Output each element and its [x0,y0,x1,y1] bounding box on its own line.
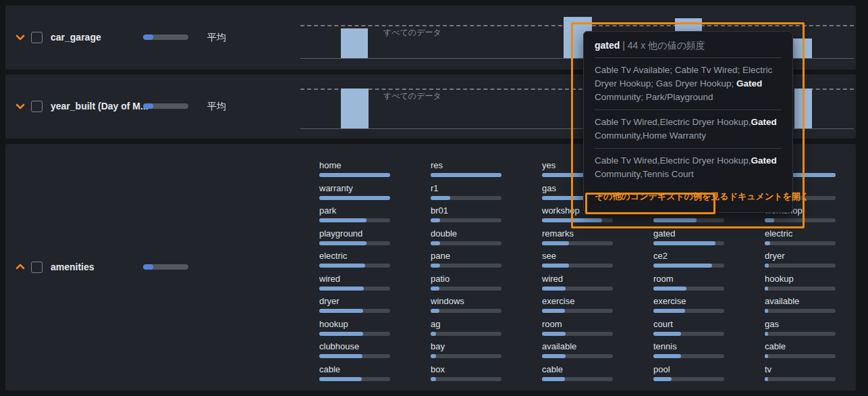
term-item[interactable]: cable [319,364,390,381]
term-item[interactable]: cable [542,364,613,381]
term-bar-fill [765,287,768,291]
field-name: car_garage [51,32,101,43]
term-item[interactable]: exercise [653,296,724,313]
term-bar-fill [542,241,569,245]
term-item[interactable]: windows [431,296,501,313]
term-bar [765,377,836,381]
term-label: gas [765,319,836,329]
term-bar-fill [653,241,715,245]
term-label: r1 [431,183,501,193]
term-bar-fill [765,377,768,381]
term-item[interactable]: pool [653,364,724,381]
term-item[interactable]: park [319,205,390,222]
term-item[interactable]: wired [542,274,613,291]
term-item[interactable]: warranty [319,183,390,200]
term-item[interactable]: electric [319,251,390,268]
term-item[interactable]: playground [319,228,390,245]
term-label: ce2 [653,251,724,261]
term-item[interactable]: remarks [542,228,613,245]
term-bar [319,241,390,245]
term-item[interactable]: available [765,296,836,313]
term-label: br01 [431,205,501,216]
term-label: available [542,341,613,351]
term-bar [431,241,501,245]
term-bar [542,354,613,358]
term-bar [653,377,724,381]
all-data-label: すべてのデータ [383,91,441,102]
term-label: electric [319,251,390,261]
term-bar [431,309,501,313]
term-item[interactable]: see [542,251,613,268]
term-bar-fill [319,173,390,177]
term-item[interactable]: box [431,364,501,381]
term-item[interactable]: double [431,228,501,245]
term-item[interactable]: res [431,160,501,177]
term-item[interactable]: dryer [765,251,836,268]
term-item[interactable]: cable [765,341,836,358]
term-item[interactable]: clubhouse [319,341,390,358]
doc-count-bar [143,34,188,40]
term-item[interactable]: br01 [431,205,501,222]
term-bar-fill [653,354,681,358]
term-item[interactable]: electric [765,228,836,245]
term-bar [765,287,836,291]
term-label: room [653,274,724,284]
term-bar [319,287,390,291]
term-bar-fill [765,354,768,358]
term-bar-fill [319,264,365,268]
term-bar-fill [765,241,770,245]
term-bar [319,218,390,222]
term-bar [653,309,724,313]
term-item[interactable]: available [542,341,613,358]
term-item[interactable]: pane [431,251,501,268]
term-item[interactable]: ag [431,319,501,336]
term-item[interactable]: exercise [542,296,613,313]
term-item[interactable]: r1 [431,183,501,200]
term-label: room [542,319,613,329]
term-item[interactable]: dryer [319,296,390,313]
term-label: see [542,251,613,261]
metric-label: 平均 [207,101,226,112]
term-bar-fill [653,287,686,291]
field-checkbox[interactable] [31,101,43,112]
term-item[interactable]: court [653,319,724,336]
term-label: cable [765,341,836,351]
chevron-down-icon[interactable] [15,101,26,112]
term-bar-fill [431,196,450,200]
term-label: double [431,228,501,239]
term-item[interactable]: wired [319,274,390,291]
term-bar [319,173,390,177]
term-label: exercise [542,296,613,306]
term-bar [653,264,724,268]
term-bar [542,332,613,336]
term-label: bay [431,341,501,351]
term-item[interactable]: gas [765,319,836,336]
term-item[interactable]: hookup [319,319,390,336]
term-bar-fill [319,377,362,381]
field-checkbox[interactable] [31,32,43,43]
term-bar [653,332,724,336]
term-bar [653,354,724,358]
term-bar-fill [431,332,436,336]
term-label: remarks [542,228,613,239]
term-item[interactable]: hookup [765,274,836,291]
term-bar [319,196,390,200]
term-item[interactable]: patio [431,274,501,291]
doc-count-fill [143,103,153,109]
term-bar-fill [431,309,439,313]
term-label: wired [542,274,613,284]
term-item[interactable]: home [319,160,390,177]
term-item[interactable]: room [653,274,724,291]
term-bar [431,354,501,358]
term-bar [319,264,390,268]
term-bar-fill [319,309,363,313]
chevron-down-icon[interactable] [15,32,26,43]
term-item[interactable]: tennis [653,341,724,358]
term-item[interactable]: tv [765,364,836,381]
term-item[interactable]: ce2 [653,251,724,268]
term-bar [431,173,501,177]
term-item[interactable]: gated [653,228,724,245]
term-item[interactable]: bay [431,341,501,358]
term-bar [765,264,836,268]
term-item[interactable]: room [542,319,613,336]
